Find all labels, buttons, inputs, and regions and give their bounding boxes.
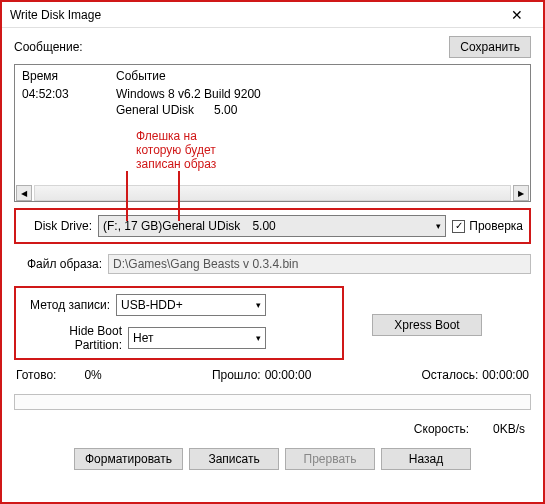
write-method-label: Метод записи: — [22, 298, 110, 312]
save-button[interactable]: Сохранить — [449, 36, 531, 58]
log-line: Windows 8 v6.2 Build 9200 — [116, 87, 261, 101]
col-event: Событие — [116, 69, 166, 83]
abort-button[interactable]: Прервать — [285, 448, 375, 470]
image-file-label: Файл образа: — [14, 257, 102, 271]
chevron-down-icon: ▾ — [256, 300, 261, 310]
stat-elapsed-value: 00:00:00 — [265, 368, 312, 382]
write-method-select[interactable]: USB-HDD+ ▾ — [116, 294, 266, 316]
format-button[interactable]: Форматировать — [74, 448, 183, 470]
hide-boot-label: Hide Boot Partition: — [22, 324, 122, 352]
log-panel: Время Событие 04:52:03 Windows 8 v6.2 Bu… — [14, 64, 531, 202]
hide-boot-select[interactable]: Нет ▾ — [128, 327, 266, 349]
stat-ready-value: 0% — [84, 368, 101, 382]
close-icon[interactable]: ✕ — [497, 3, 537, 27]
annotation: Флешка на которую будет записан образ — [16, 133, 529, 181]
speed-value: 0KB/s — [493, 422, 525, 436]
scroll-right-icon[interactable]: ▶ — [513, 185, 529, 201]
log-line: 5.00 — [214, 103, 237, 117]
stat-remain-value: 00:00:00 — [482, 368, 529, 382]
scroll-track[interactable] — [34, 185, 511, 201]
log-time: 04:52:03 — [22, 87, 116, 117]
message-label: Сообщение: — [14, 40, 449, 54]
image-file-field: D:\Games\Gang Beasts v 0.3.4.bin — [108, 254, 531, 274]
log-line: General UDisk — [116, 103, 194, 117]
disk-drive-label: Disk Drive: — [22, 219, 92, 233]
scroll-left-icon[interactable]: ◀ — [16, 185, 32, 201]
window-title: Write Disk Image — [10, 8, 497, 22]
col-time: Время — [22, 69, 116, 83]
stat-elapsed-label: Прошло: — [212, 368, 261, 382]
scrollbar[interactable]: ◀ ▶ — [16, 185, 529, 201]
disk-drive-select[interactable]: (F:, 17 GB)General UDisk 5.00 ▾ — [98, 215, 446, 237]
stat-remain-label: Осталось: — [422, 368, 479, 382]
stat-ready-label: Готово: — [16, 368, 56, 382]
chevron-down-icon: ▾ — [436, 221, 441, 231]
back-button[interactable]: Назад — [381, 448, 471, 470]
verify-checkbox[interactable]: ✓ Проверка — [452, 219, 523, 233]
speed-label: Скорость: — [414, 422, 469, 436]
write-button[interactable]: Записать — [189, 448, 279, 470]
xpress-boot-button[interactable]: Xpress Boot — [372, 314, 482, 336]
chevron-down-icon: ▾ — [256, 333, 261, 343]
progress-bar — [14, 394, 531, 410]
